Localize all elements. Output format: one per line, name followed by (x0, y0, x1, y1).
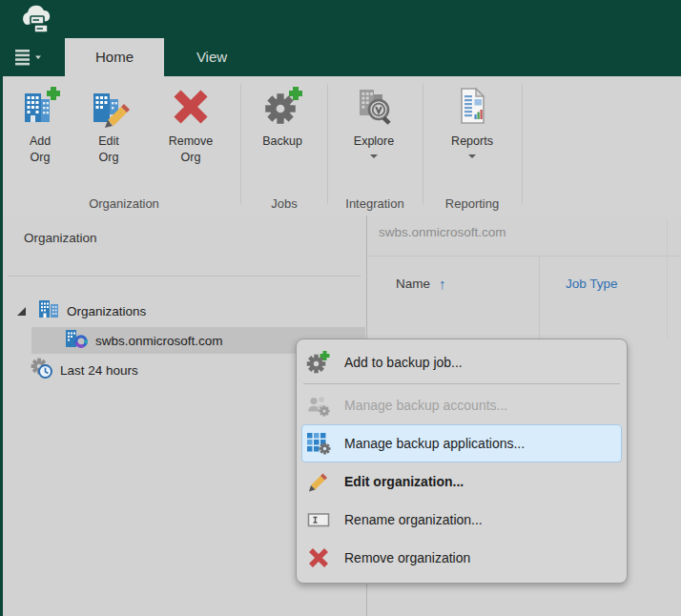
ribbon-group-organization: Organization (10, 196, 238, 211)
ribbon-group-integration: Integration (329, 196, 421, 211)
ribbon: Add Org Edi (0, 76, 681, 216)
panel-header-divider (8, 276, 361, 277)
explore-icon (336, 82, 412, 132)
remove-x-icon (306, 545, 331, 570)
title-bar (0, 0, 681, 38)
menu-item-label: Rename organization... (344, 512, 483, 527)
last-24-hours-label: Last 24 hours (60, 363, 138, 378)
menu-item-label: Manage backup accounts... (344, 398, 507, 413)
menu-item-remove-organization[interactable]: Remove organization (301, 539, 622, 577)
ribbon-separator (240, 84, 241, 204)
add-org-label-line2: Org (10, 150, 71, 166)
explore-dropdown-caret-icon (370, 154, 378, 158)
menu-item-manage-backup-applications[interactable]: Manage backup applications... (301, 424, 622, 462)
tab-view[interactable]: View (164, 38, 259, 76)
ribbon-group-jobs: Jobs (242, 196, 326, 211)
window-left-border (0, 76, 3, 616)
menu-item-label: Edit organization... (344, 474, 464, 489)
column-job-type-label: Job Type (566, 277, 618, 291)
backup-gear-icon (248, 82, 317, 132)
remove-org-label-line1: Remove (151, 133, 231, 150)
add-org-button[interactable]: Add Org (10, 82, 71, 166)
backup-label: Backup (262, 134, 302, 148)
reports-button[interactable]: Reports (434, 82, 510, 158)
edit-org-label-line2: Org (78, 150, 139, 166)
add-org-label-line1: Add (10, 133, 71, 150)
reports-dropdown-caret-icon (468, 154, 476, 158)
menu-item-manage-backup-accounts: Manage backup accounts... (301, 386, 622, 424)
main-menu-button[interactable] (13, 49, 46, 70)
ribbon-group-reporting: Reporting (424, 196, 520, 211)
tree-expand-arrow-icon[interactable] (17, 298, 26, 324)
menu-item-add-to-backup-job[interactable]: Add to backup job... (301, 343, 622, 381)
tree-item-organizations[interactable]: Organizations (3, 298, 366, 324)
org-swbs-label: swbs.onmicrosoft.com (95, 334, 223, 348)
reports-label: Reports (451, 134, 493, 148)
explore-label: Explore (354, 134, 394, 148)
column-header-name[interactable]: Name ↑ (396, 273, 446, 294)
app-logo-cloud-icon (19, 5, 53, 38)
organization-panel-title: Organization (24, 231, 97, 245)
organizations-label: Organizations (67, 304, 146, 318)
scrollbar-gutter-line (667, 219, 668, 339)
remove-org-icon (151, 82, 231, 132)
add-org-icon (10, 82, 71, 132)
sort-ascending-icon: ↑ (439, 276, 446, 292)
menu-item-rename-organization[interactable]: Rename organization... (301, 501, 622, 539)
applications-grid-gear-icon (306, 431, 331, 456)
remove-org-label-line2: Org (151, 150, 231, 166)
pencil-icon (306, 469, 331, 494)
remove-org-button[interactable]: Remove Org (151, 82, 231, 166)
organizations-icon (37, 298, 60, 324)
ribbon-separator (327, 84, 328, 204)
explore-button[interactable]: Explore (336, 82, 412, 158)
org-context-menu: Add to backup job... Manage backup accou… (296, 339, 628, 584)
menu-item-label: Manage backup applications... (344, 436, 525, 451)
menu-item-label: Remove organization (344, 550, 470, 565)
menu-separator (303, 383, 620, 384)
last-24-hours-icon (31, 357, 53, 383)
ribbon-separator (423, 84, 423, 204)
column-divider (539, 256, 540, 339)
reports-icon (434, 82, 510, 132)
ribbon-tab-strip: Home View (0, 38, 681, 76)
menu-item-label: Add to backup job... (344, 355, 463, 370)
rename-field-icon (306, 507, 331, 532)
selected-org-header: swbs.onmicrosoft.com (379, 225, 506, 239)
column-header-job-type[interactable]: Job Type (566, 273, 618, 294)
list-header-divider (367, 256, 681, 257)
edit-org-button[interactable]: Edit Org (78, 82, 139, 166)
accounts-gear-icon (306, 393, 331, 418)
column-name-label: Name (396, 277, 430, 291)
ribbon-separator (522, 84, 523, 204)
gear-plus-icon (306, 350, 331, 375)
microsoft365-org-icon (64, 327, 89, 354)
tab-home[interactable]: Home (65, 38, 164, 76)
edit-org-icon (78, 82, 139, 132)
menu-item-edit-organization[interactable]: Edit organization... (301, 462, 622, 501)
edit-org-label-line1: Edit (78, 133, 139, 150)
backup-button[interactable]: Backup (248, 82, 317, 150)
